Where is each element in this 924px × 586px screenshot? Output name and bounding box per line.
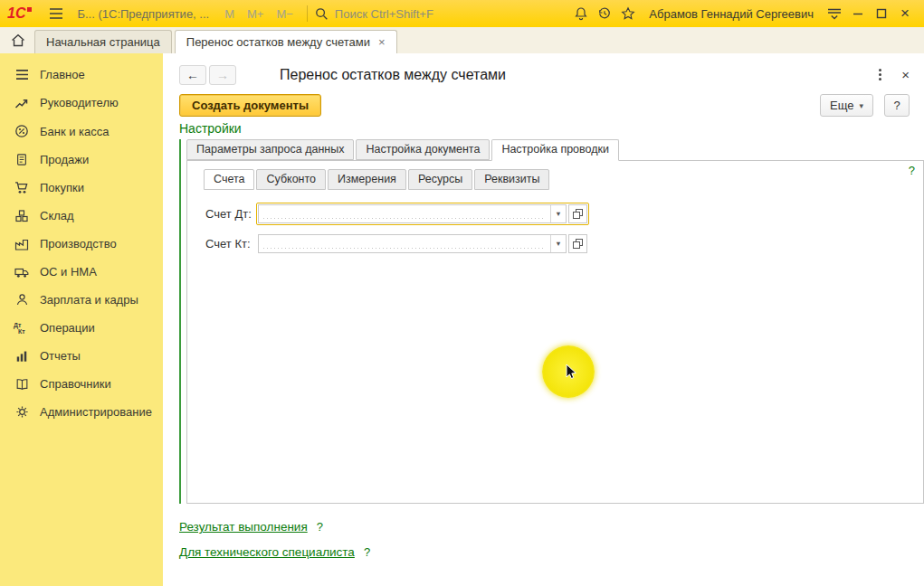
form-header: ← → Перенос остатков между счетами × xyxy=(163,53,924,88)
sidebar-item-main[interactable]: Главное xyxy=(0,61,163,89)
tab-resources[interactable]: Ресурсы xyxy=(408,169,472,190)
service-menu-button[interactable] xyxy=(823,2,846,25)
more-button[interactable]: Еще ▾ xyxy=(820,94,873,117)
titlebar: 1С Б... (1С:Предприятие, ... M M+ M− Пои… xyxy=(0,0,924,27)
open-button[interactable] xyxy=(568,204,587,223)
sidebar-item-administration[interactable]: Администрирование xyxy=(0,398,163,426)
sidebar-item-bank-cash[interactable]: Банк и касса xyxy=(0,117,163,146)
dropdown-button[interactable]: ▼ xyxy=(550,205,566,222)
kebab-menu-button[interactable] xyxy=(879,69,881,80)
user-name[interactable]: Абрамов Геннадий Сергеевич xyxy=(649,7,814,21)
sidebar-item-payroll-hr[interactable]: Зарплата и кадры xyxy=(0,286,163,314)
sidebar-item-manager[interactable]: Руководителю xyxy=(0,89,163,117)
panel-help-link[interactable]: ? xyxy=(909,164,915,177)
sidebar-item-sales[interactable]: Продажи xyxy=(0,146,163,174)
result-group-row: Результат выполнения ? xyxy=(179,520,924,534)
memory-minus-button[interactable]: M− xyxy=(276,7,292,21)
account-kt-group: ▼ xyxy=(256,232,589,255)
bank-icon xyxy=(14,124,30,138)
main-menu-button[interactable] xyxy=(44,2,68,25)
account-dt-row: Счет Дт: ▼ xyxy=(205,203,916,225)
open-form-icon xyxy=(573,239,583,249)
sidebar-item-purchases[interactable]: Покупки xyxy=(0,174,163,202)
back-button[interactable]: ← xyxy=(179,65,206,85)
result-link[interactable]: Результат выполнения xyxy=(179,520,308,534)
tab-close-icon[interactable]: × xyxy=(378,35,386,49)
chevron-down-icon: ▾ xyxy=(859,101,863,110)
dt-kt-icon: Дт Кт xyxy=(14,322,30,335)
tab-accounts[interactable]: Счета xyxy=(204,169,254,190)
arrow-right-icon: → xyxy=(216,68,229,82)
open-button[interactable] xyxy=(568,234,587,253)
sidebar-item-label: Справочники xyxy=(40,377,111,391)
tab-document-settings[interactable]: Настройка документа xyxy=(356,139,490,160)
tab-home-page[interactable]: Начальная страница xyxy=(34,30,172,53)
account-kt-label: Счет Кт: xyxy=(205,237,256,250)
tab-label: Перенос остатков между счетами xyxy=(186,35,370,49)
app-logo: 1С xyxy=(7,6,32,21)
help-button[interactable]: ? xyxy=(884,94,910,117)
sidebar-item-production[interactable]: Производство xyxy=(0,230,163,258)
page-title: Перенос остатков между счетами xyxy=(280,67,506,83)
sidebar-item-label: Покупки xyxy=(40,181,84,194)
forward-button[interactable]: → xyxy=(209,65,236,85)
sidebar-item-reports[interactable]: Отчеты xyxy=(0,342,163,370)
bell-icon xyxy=(574,6,588,21)
window-title: Б... (1С:Предприятие, ... xyxy=(77,7,209,21)
maximize-button[interactable] xyxy=(870,2,893,25)
factory-icon xyxy=(14,238,30,250)
account-dt-group: ▼ xyxy=(256,203,589,225)
sidebar-item-references[interactable]: Справочники xyxy=(0,370,163,398)
search-placeholder: Поиск Ctrl+Shift+F xyxy=(335,7,433,21)
tab-query-params[interactable]: Параметры запроса данных xyxy=(186,139,354,160)
person-icon xyxy=(14,293,30,307)
sidebar-item-label: Администрирование xyxy=(40,405,152,419)
create-documents-button[interactable]: Создать документы xyxy=(179,94,321,117)
tab-transfer-balances[interactable]: Перенос остатков между счетами × xyxy=(175,30,397,53)
sales-document-icon xyxy=(14,153,30,166)
minimize-icon xyxy=(853,8,863,19)
trend-chart-icon xyxy=(14,97,30,109)
tab-dimensions[interactable]: Измерения xyxy=(328,169,406,190)
accounts-tabs: Счета Субконто Измерения Ресурсы Реквизи… xyxy=(204,169,916,190)
sidebar-item-warehouse[interactable]: Склад xyxy=(0,202,163,230)
global-search-field[interactable]: Поиск Ctrl+Shift+F xyxy=(315,7,433,21)
titlebar-separator xyxy=(307,5,308,22)
close-window-button[interactable]: × xyxy=(893,2,917,25)
minimize-button[interactable] xyxy=(846,2,870,25)
form-content: ← → Перенос остатков между счетами × Соз… xyxy=(163,53,924,586)
shopping-cart-icon xyxy=(14,181,30,194)
result-help-link[interactable]: ? xyxy=(317,520,323,534)
bar-chart-icon xyxy=(14,350,30,363)
app-logo-dot xyxy=(27,7,32,12)
settings-group-title[interactable]: Настройки xyxy=(179,121,924,136)
maximize-icon xyxy=(876,8,887,19)
tech-specialist-link[interactable]: Для технического специалиста xyxy=(179,545,355,559)
history-button[interactable] xyxy=(593,2,616,25)
form-toolbar: Создать документы Еще ▾ ? xyxy=(163,88,924,118)
sidebar-item-label: Операции xyxy=(40,321,95,335)
home-button[interactable] xyxy=(11,33,25,47)
dropdown-arrow-icon: ▼ xyxy=(555,210,561,218)
arrow-left-icon: ← xyxy=(186,68,199,82)
notifications-button[interactable] xyxy=(569,2,593,25)
tab-attributes[interactable]: Реквизиты xyxy=(474,169,549,190)
account-dt-input[interactable] xyxy=(259,205,550,222)
tab-posting-settings[interactable]: Настройка проводки xyxy=(491,139,619,161)
tab-strip: Начальная страница Перенос остатков межд… xyxy=(0,27,924,53)
sidebar-item-label: Банк и касса xyxy=(40,125,110,138)
form-close-button[interactable]: × xyxy=(901,67,910,82)
sidebar-item-operations[interactable]: Дт Кт Операции xyxy=(0,314,163,342)
memory-m-button[interactable]: M xyxy=(224,7,234,21)
sidebar-item-label: Склад xyxy=(40,209,74,222)
memory-plus-button[interactable]: M+ xyxy=(247,7,263,21)
account-kt-input[interactable] xyxy=(259,235,550,252)
sidebar-item-fixed-assets[interactable]: ОС и НМА xyxy=(0,258,163,286)
history-icon xyxy=(597,6,612,21)
favorites-button[interactable] xyxy=(616,2,640,25)
dropdown-button[interactable]: ▼ xyxy=(550,235,566,252)
tab-subconto[interactable]: Субконто xyxy=(256,169,326,190)
tech-specialist-help-link[interactable]: ? xyxy=(364,545,370,559)
gear-icon xyxy=(14,405,30,419)
sidebar-item-label: Зарплата и кадры xyxy=(40,293,138,307)
